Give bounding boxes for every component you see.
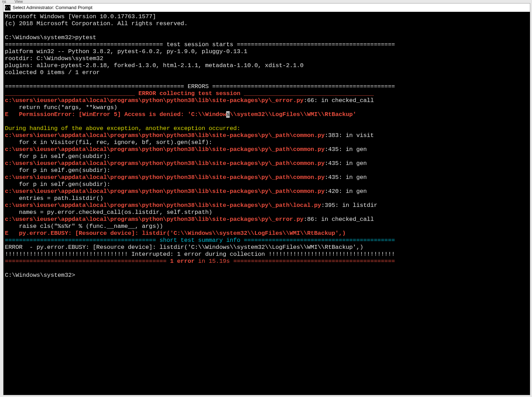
terminal-line: (c) 2018 Microsoft Corporation. All righ… (5, 20, 529, 27)
terminal-line: raise cls("%s%r" % (func.__name__, args)… (5, 223, 529, 230)
terminal-line: plugins: allure-pytest-2.8.18, forked-1.… (5, 62, 529, 69)
terminal-line: ========================================… (5, 41, 529, 48)
terminal-line: c:\users\ieuser\appdata\local\programs\p… (5, 132, 529, 139)
terminal-line: for p in self.gen(subdir): (5, 181, 529, 188)
terminal-line: c:\users\ieuser\appdata\local\programs\p… (5, 216, 529, 223)
terminal-line (5, 265, 529, 272)
terminal-line: !!!!!!!!!!!!!!!!!!!!!!!!!!!!!!!!!!! Inte… (5, 251, 529, 258)
terminal-line: for p in self.gen(subdir): (5, 153, 529, 160)
terminal-line: c:\users\ieuser\appdata\local\programs\p… (5, 97, 529, 104)
terminal-line: for p in self.gen(subdir): (5, 167, 529, 174)
terminal-line (5, 27, 529, 34)
terminal-line: c:\users\ieuser\appdata\local\programs\p… (5, 188, 529, 195)
terminal-line: for x in Visitor(fil, rec, ignore, bf, s… (5, 139, 529, 146)
terminal-line (5, 118, 529, 125)
terminal-line: names = py.error.checked_call(os.listdir… (5, 209, 529, 216)
terminal-output[interactable]: Microsoft Windows [Version 10.0.17763.15… (3, 12, 530, 395)
terminal-line: c:\users\ieuser\appdata\local\programs\p… (5, 160, 529, 167)
terminal-line: E py.error.EBUSY: [Resource device]: lis… (5, 230, 529, 237)
terminal-line: collected 0 items / 1 error (5, 69, 529, 76)
cmd-icon: C:\ (5, 5, 10, 10)
terminal-line: c:\users\ieuser\appdata\local\programs\p… (5, 146, 529, 153)
terminal-line: c:\users\ieuser\appdata\local\programs\p… (5, 202, 529, 209)
terminal-line: _____________________________________ ER… (5, 90, 529, 97)
titlebar[interactable]: C:\ Select Administrator: Command Prompt (3, 3, 530, 12)
terminal-line: ========================================… (5, 237, 529, 244)
terminal-line: C:\Windows\system32> (5, 272, 529, 279)
terminal-line: platform win32 -- Python 3.8.2, pytest-6… (5, 48, 529, 55)
terminal-line (5, 76, 529, 83)
command-prompt-window: C:\ Select Administrator: Command Prompt… (3, 3, 530, 395)
window-title: Select Administrator: Command Prompt (13, 5, 92, 10)
terminal-line: C:\Windows\system32>pytest (5, 34, 529, 41)
terminal-line: E PermissionError: [WinError 5] Access i… (5, 111, 529, 118)
terminal-line: During handling of the above exception, … (5, 125, 529, 132)
terminal-line: ERROR - py.error.EBUSY: [Resource device… (5, 244, 529, 251)
terminal-line: ========================================… (5, 83, 529, 90)
terminal-line: Microsoft Windows [Version 10.0.17763.15… (5, 13, 529, 20)
terminal-line: return func(*args, **kwargs) (5, 104, 529, 111)
terminal-line: ========================================… (5, 258, 529, 265)
terminal-line: c:\users\ieuser\appdata\local\programs\p… (5, 174, 529, 181)
terminal-line: rootdir: C:\Windows\system32 (5, 55, 529, 62)
terminal-line: entries = path.listdir() (5, 195, 529, 202)
